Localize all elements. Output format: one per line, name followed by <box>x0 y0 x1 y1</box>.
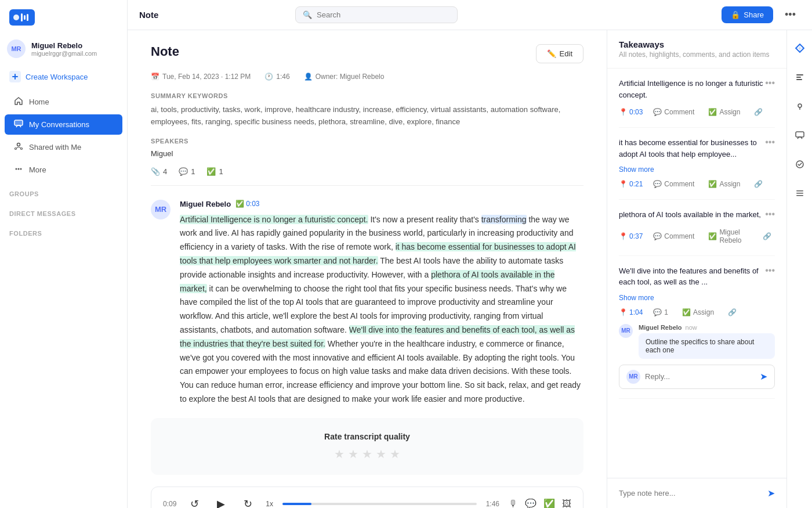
link-btn-2[interactable]: 🔗 <box>751 178 766 190</box>
audio-player: 0:09 ↺ ▶ ↻ 1x 1:46 🎙 💬 ✅ 🖼 <box>151 487 583 508</box>
list-right-icon[interactable] <box>791 185 809 202</box>
link-btn-4[interactable]: 🔗 <box>724 307 740 318</box>
play-button[interactable]: ▶ <box>212 495 230 508</box>
chat-right-icon[interactable] <box>791 127 809 144</box>
clips-count: 4 <box>163 167 167 176</box>
show-more-2[interactable]: Show more <box>619 165 775 174</box>
content-area: Note ✏️ Edit 📅 Tue, Feb 14, 2023 · 1:12 … <box>128 30 812 508</box>
type-note-input[interactable] <box>619 489 767 498</box>
text-icon[interactable] <box>791 69 809 86</box>
sidebar-item-label-home: Home <box>29 98 49 106</box>
pin-icon-2: 📍 <box>619 180 628 188</box>
summary-section: SUMMARY KEYWORDS ai, tools, productivity… <box>151 92 583 128</box>
comment-btn-4[interactable]: 💬 1 <box>650 307 672 318</box>
right-icons-panel <box>786 30 812 508</box>
reply-input[interactable] <box>645 372 755 381</box>
search-input[interactable] <box>317 10 450 19</box>
svg-rect-20 <box>796 190 803 192</box>
comment-stat-icon: 💬 <box>179 167 188 176</box>
link-btn-3[interactable]: 🔗 <box>759 230 775 242</box>
svg-point-8 <box>17 143 20 146</box>
comments-count: 1 <box>191 167 195 176</box>
takeaway-text-4: We'll dive into the features and benefit… <box>619 265 765 288</box>
sidebar-item-my-conversations[interactable]: My Conversations <box>5 114 122 135</box>
svg-point-13 <box>20 168 22 170</box>
svg-rect-2 <box>24 15 26 20</box>
header-title: Note <box>139 10 158 20</box>
comments-stat: 💬 1 <box>179 167 195 176</box>
progress-bar-container[interactable] <box>282 503 477 505</box>
type-note-area[interactable]: ➤ <box>607 478 786 508</box>
more-actions-3[interactable]: ••• <box>765 209 775 219</box>
image-icon[interactable]: 🖼 <box>562 499 571 508</box>
forward-button[interactable]: ↻ <box>239 495 256 508</box>
comment-btn-1[interactable]: 💬 Comment <box>650 106 698 118</box>
create-workspace-button[interactable]: Create Workspace <box>7 67 120 86</box>
time-value-3: 0:37 <box>629 232 643 240</box>
app-logo <box>9 9 35 26</box>
diamond-icon[interactable] <box>791 39 809 57</box>
mic-icon[interactable]: 🎙 <box>509 499 518 508</box>
clock-icon: 🕐 <box>264 73 273 81</box>
more-actions-1[interactable]: ••• <box>765 78 775 88</box>
pin-right-icon[interactable] <box>791 98 809 115</box>
takeaway-time-2: 📍 0:21 <box>619 180 643 188</box>
assign-btn-2[interactable]: ✅ Assign <box>705 178 744 190</box>
show-more-4[interactable]: Show more <box>619 294 775 302</box>
more-options-button[interactable]: ••• <box>780 6 800 23</box>
progress-bar-fill <box>282 503 311 505</box>
share-button[interactable]: 🔒 Share <box>722 6 773 23</box>
assign-btn-3[interactable]: ✅ Miguel Rebelo <box>705 226 752 246</box>
svg-rect-15 <box>796 77 801 78</box>
rewind-button[interactable]: ↺ <box>186 495 203 508</box>
assign-btn-4[interactable]: ✅ Assign <box>679 307 717 318</box>
check-right-icon[interactable] <box>791 156 809 173</box>
comment-icon-2: 💬 <box>653 180 662 188</box>
more-actions-2[interactable]: ••• <box>765 137 775 147</box>
plus-icon <box>9 71 21 82</box>
send-note-button[interactable]: ➤ <box>767 488 775 499</box>
star-1[interactable]: ★ <box>334 447 345 461</box>
direct-messages-label: DIRECT MESSAGES <box>0 201 127 221</box>
check-icon[interactable]: ✅ <box>543 498 555 508</box>
comment-btn-3[interactable]: 💬 Comment <box>650 230 698 242</box>
svg-rect-16 <box>796 79 802 80</box>
takeaway-actions-3: 📍 0:37 💬 Comment ✅ Miguel Rebelo 🔗 <box>619 226 775 246</box>
meta-duration: 🕐 1:46 <box>264 73 289 81</box>
takeaway-text-1: Artificial Intelligence is no longer a f… <box>619 78 765 100</box>
svg-rect-22 <box>796 195 803 196</box>
more-actions-4[interactable]: ••• <box>765 265 775 276</box>
transcript-stats: 📎 4 💬 1 ✅ 1 <box>151 167 583 186</box>
sidebar-item-more[interactable]: More <box>5 160 122 180</box>
takeaway-text-3: plethora of AI tools available in the ma… <box>619 209 761 221</box>
actions-count: 1 <box>219 167 223 176</box>
edit-button[interactable]: ✏️ Edit <box>536 44 583 63</box>
search-bar[interactable]: 🔍 <box>295 6 458 23</box>
comment-btn-2[interactable]: 💬 Comment <box>650 178 698 190</box>
reply-input-area[interactable]: MR ➤ <box>619 365 775 389</box>
assign-btn-1[interactable]: ✅ Assign <box>705 106 744 118</box>
assign-icon-1: ✅ <box>708 108 717 116</box>
svg-rect-5 <box>12 76 18 77</box>
sidebar-item-home[interactable]: Home <box>5 92 122 112</box>
action-stat-icon: ✅ <box>206 167 216 176</box>
sidebar-item-shared[interactable]: Shared with Me <box>5 137 122 157</box>
speed-button[interactable]: 1x <box>266 500 273 508</box>
chat-icon[interactable]: 💬 <box>525 498 536 508</box>
main-area: Note 🔍 🔒 Share ••• Note ✏️ Edit <box>128 0 812 508</box>
star-rating[interactable]: ★ ★ ★ ★ ★ <box>165 447 570 461</box>
star-2[interactable]: ★ <box>348 447 358 461</box>
pin-icon-4: 📍 <box>619 308 628 316</box>
link-btn-1[interactable]: 🔗 <box>751 106 766 118</box>
svg-rect-6 <box>14 120 23 125</box>
transcript-block: MR Miguel Rebelo ✅ 0:03 Artificial Intel… <box>151 200 583 406</box>
reply-send-button[interactable]: ➤ <box>760 371 767 382</box>
star-5[interactable]: ★ <box>390 447 400 461</box>
star-3[interactable]: ★ <box>362 447 372 461</box>
audio-end-time: 1:46 <box>486 500 499 508</box>
star-4[interactable]: ★ <box>376 447 386 461</box>
folders-label: FOLDERS <box>0 221 127 240</box>
groups-label: GROUPS <box>0 181 127 201</box>
summary-keywords-label: SUMMARY KEYWORDS <box>151 92 583 99</box>
takeaway-time-4: 📍 1:04 <box>619 308 643 316</box>
